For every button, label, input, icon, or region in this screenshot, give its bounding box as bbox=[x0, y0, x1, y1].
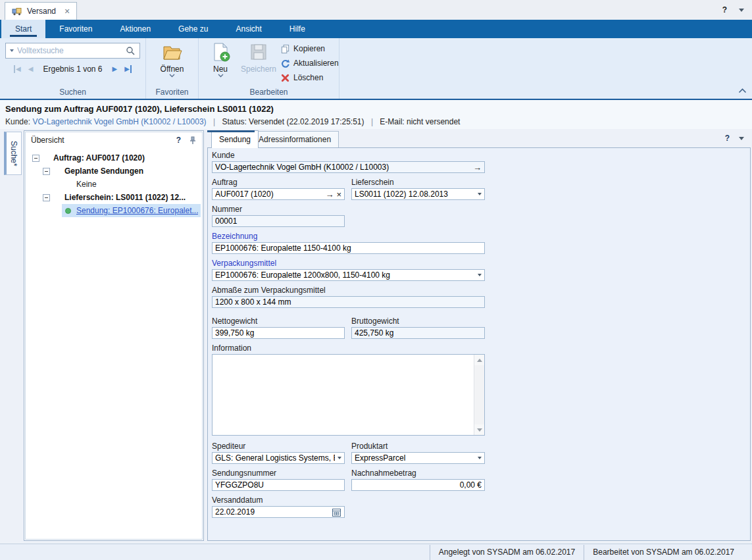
menu-item-aktionen[interactable]: Aktionen bbox=[106, 20, 164, 38]
collapse-expander-icon[interactable] bbox=[32, 155, 39, 162]
field-abmasse: Abmaße zum Verpackungsmittel bbox=[212, 286, 485, 308]
menu-item-ansicht[interactable]: Ansicht bbox=[222, 20, 275, 38]
field-value: 22.02.2019 bbox=[215, 507, 329, 517]
last-result-button[interactable]: ▶ bbox=[124, 65, 132, 73]
spediteur-combobox[interactable]: GLS: General Logistics Systems, B.V. bbox=[212, 452, 345, 464]
search-input[interactable] bbox=[17, 46, 122, 55]
tree-item-sendung-selected[interactable]: Sendung: EP1000676: Europalet... bbox=[26, 204, 202, 217]
tree-item-keine[interactable]: Keine bbox=[26, 178, 202, 191]
first-result-button[interactable]: ◀ bbox=[14, 65, 21, 73]
document-tab-versand[interactable]: Versand × bbox=[5, 2, 77, 20]
versanddatum-field[interactable]: 22.02.2019 bbox=[212, 506, 345, 518]
close-icon[interactable]: × bbox=[64, 7, 70, 16]
help-icon[interactable]: ? bbox=[722, 5, 727, 14]
tree-item-label: Keine bbox=[76, 180, 97, 189]
form-tabstrip: Adressinformationen Sendung ? bbox=[207, 130, 751, 148]
kunde-field[interactable]: VO-Lagertechnik Vogel GmbH (K10002 / L10… bbox=[212, 161, 485, 173]
kunde-link[interactable]: VO-Lagertechnik Vogel GmbH (K10002 / L10… bbox=[32, 117, 206, 126]
help-icon[interactable]: ? bbox=[176, 136, 181, 145]
field-value: LS0011 (1022) 12.08.2013 bbox=[355, 190, 475, 199]
pin-icon[interactable] bbox=[189, 136, 197, 145]
chevron-down-icon bbox=[218, 74, 224, 78]
combo-caret-icon bbox=[478, 193, 482, 195]
sendungsnummer-input[interactable] bbox=[212, 479, 345, 491]
menubar: Start Favoriten Aktionen Gehe zu Ansicht… bbox=[0, 20, 752, 38]
tree-item-lieferschein[interactable]: Lieferschein: LS0011 (1022) 12... bbox=[26, 191, 202, 204]
tab-sendung[interactable]: Sendung bbox=[211, 130, 259, 148]
field-information: Information bbox=[212, 344, 485, 436]
delete-button-label: Löschen bbox=[293, 73, 323, 82]
group-label-suchen: Suchen bbox=[0, 88, 145, 97]
menu-item-gehe-zu[interactable]: Gehe zu bbox=[164, 20, 222, 38]
overview-panel: Übersicht ? Auftrag: AUF0017 (1020) bbox=[24, 130, 204, 541]
result-navigation: ◀ ◀ Ergebnis 1 von 6 ▶ ▶ bbox=[0, 64, 145, 74]
open-button[interactable]: Öffnen bbox=[153, 41, 191, 78]
produktart-combobox[interactable]: ExpressParcel bbox=[351, 452, 485, 464]
navigate-arrow-icon[interactable]: → bbox=[473, 163, 482, 172]
folder-open-icon bbox=[162, 41, 183, 63]
help-icon[interactable]: ? bbox=[725, 134, 730, 143]
scroll-down-button[interactable] bbox=[474, 424, 484, 435]
information-textarea[interactable] bbox=[213, 355, 474, 435]
new-button[interactable]: Neu bbox=[201, 41, 239, 83]
field-label: Sendungsnummer bbox=[212, 469, 345, 478]
fulltext-search-box[interactable] bbox=[5, 43, 140, 59]
nettogewicht-input[interactable] bbox=[212, 327, 345, 339]
tree-item-auftrag[interactable]: Auftrag: AUF0017 (1020) bbox=[26, 151, 202, 165]
field-label: Verpackungsmittel bbox=[212, 259, 485, 268]
refresh-button[interactable]: Aktualisieren bbox=[280, 58, 339, 68]
menu-item-favoriten[interactable]: Favoriten bbox=[45, 20, 106, 38]
menu-item-hilfe[interactable]: Hilfe bbox=[276, 20, 319, 38]
bezeichnung-input[interactable] bbox=[212, 242, 485, 254]
statusbar: Angelegt von SYSADM am 06.02.2017 Bearbe… bbox=[0, 544, 752, 560]
scrollbar[interactable] bbox=[474, 355, 484, 435]
navigate-arrow-icon[interactable]: → bbox=[325, 190, 334, 199]
chevron-up-icon bbox=[738, 88, 747, 93]
triangle-up-icon bbox=[477, 359, 482, 362]
previous-result-button[interactable]: ◀ bbox=[28, 65, 34, 73]
auftrag-field[interactable]: AUF0017 (1020) → × bbox=[212, 188, 345, 200]
field-sendungsnummer: Sendungsnummer bbox=[212, 469, 345, 491]
field-label: Produktart bbox=[351, 442, 485, 451]
chevron-down-icon[interactable] bbox=[739, 137, 744, 140]
menu-item-start[interactable]: Start bbox=[1, 20, 45, 38]
calendar-icon[interactable] bbox=[332, 507, 341, 517]
tab-adressinformationen[interactable]: Adressinformationen bbox=[251, 131, 339, 148]
collapse-ribbon-button[interactable] bbox=[738, 86, 747, 95]
result-counter: Ergebnis 1 von 6 bbox=[40, 64, 105, 74]
field-value: VO-Lagertechnik Vogel GmbH (K10002 / L10… bbox=[215, 163, 470, 172]
scroll-up-button[interactable] bbox=[474, 355, 484, 365]
nachnahmebetrag-input[interactable] bbox=[351, 479, 485, 491]
refresh-button-label: Aktualisieren bbox=[293, 59, 339, 68]
chevron-down-icon[interactable] bbox=[739, 9, 744, 12]
nummer-input[interactable] bbox=[212, 215, 345, 227]
field-value: AUF0017 (1020) bbox=[215, 190, 322, 199]
field-label: Abmaße zum Verpackungsmittel bbox=[212, 286, 485, 295]
field-nachnahmebetrag: Nachnahmebetrag bbox=[351, 469, 485, 491]
field-label: Information bbox=[212, 344, 485, 353]
field-label: Nummer bbox=[212, 205, 345, 214]
field-bruttogewicht: Bruttogewicht bbox=[351, 317, 485, 339]
clear-x-icon[interactable]: × bbox=[336, 190, 341, 199]
abmasse-input[interactable] bbox=[212, 296, 485, 308]
save-button[interactable]: Speichern bbox=[239, 41, 278, 83]
sidebar-tab-suche[interactable]: Suche* bbox=[4, 132, 22, 175]
field-label: Bezeichnung bbox=[212, 232, 485, 241]
collapse-expander-icon[interactable] bbox=[43, 194, 50, 201]
verpackungsmittel-combobox[interactable]: EP1000676: Europalette 1200x800, 1150-41… bbox=[212, 269, 485, 281]
edit-small-buttons: Kopieren Aktualisieren Löschen bbox=[280, 43, 339, 83]
search-scope-caret-icon[interactable] bbox=[10, 49, 14, 52]
copy-button[interactable]: Kopieren bbox=[280, 43, 339, 54]
next-result-button[interactable]: ▶ bbox=[113, 65, 118, 73]
tree-item-geplante-sendungen[interactable]: Geplante Sendungen bbox=[26, 165, 202, 178]
refresh-icon bbox=[280, 59, 290, 68]
search-icon[interactable] bbox=[126, 46, 136, 56]
record-subtitle: Kunde: VO-Lagertechnik Vogel GmbH (K1000… bbox=[5, 117, 752, 126]
delete-button[interactable]: Löschen bbox=[280, 72, 339, 83]
bruttogewicht-input[interactable] bbox=[351, 327, 485, 339]
field-label: Spediteur bbox=[212, 442, 345, 451]
sendung-link[interactable]: Sendung: EP1000676: Europalet... bbox=[76, 206, 198, 215]
separator: | bbox=[209, 117, 220, 126]
collapse-expander-icon[interactable] bbox=[43, 168, 50, 175]
lieferschein-combobox[interactable]: LS0011 (1022) 12.08.2013 bbox=[351, 188, 485, 200]
